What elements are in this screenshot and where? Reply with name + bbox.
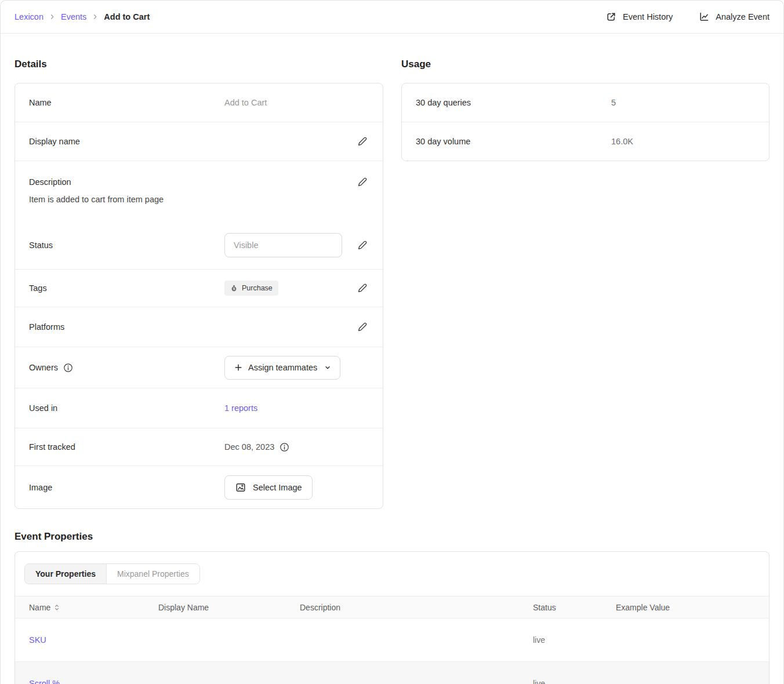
tab-your-properties[interactable]: Your Properties [25,564,106,584]
usage-row-volume: 30 day volume 16.0K [402,122,769,161]
reports-link[interactable]: 1 reports [224,403,257,413]
edit-platforms-button[interactable] [356,321,369,333]
property-link[interactable]: Scroll % [29,679,60,684]
usage-section: Usage 30 day queries 5 30 day volume 16.… [401,34,770,161]
details-section: Details Name Add to Cart Display name [14,34,383,509]
details-row-tags: Tags $ Purchase [15,269,383,307]
status-input[interactable] [224,233,342,257]
column-header-status: Status [533,596,616,618]
first-tracked-label: First tracked [29,442,224,452]
column-header-display-name: Display Name [158,596,300,618]
column-header-name[interactable]: Name [15,596,158,618]
property-link[interactable]: SKU [29,635,46,645]
details-title: Details [14,59,383,70]
volume-value: 16.0K [611,137,633,146]
description-label: Description [29,177,224,187]
details-row-image: Image Select Image [15,465,383,508]
edit-description-button[interactable] [356,176,369,188]
description-value: Item is added to cart from item page [29,195,369,204]
info-icon[interactable] [280,442,289,452]
name-column-label: Name [29,603,50,612]
used-in-label: Used in [29,403,224,413]
edit-status-button[interactable] [356,239,369,252]
analyze-event-label: Analyze Event [716,12,770,21]
top-bar: Lexicon Events Add to Cart Event Histo [1,1,783,34]
pencil-icon [357,322,368,332]
column-header-description: Description [300,596,533,618]
details-row-name: Name Add to Cart [15,83,383,122]
event-history-label: Event History [623,12,673,21]
image-icon [235,482,246,493]
details-row-owners: Owners [15,347,383,388]
display-name-label: Display name [29,137,224,146]
details-row-used-in: Used in 1 reports [15,388,383,428]
money-bag-icon: $ [230,285,238,292]
chevron-down-icon [324,364,331,371]
pencil-icon [357,283,368,293]
usage-row-queries: 30 day queries 5 [402,83,769,122]
assign-teammates-label: Assign teammates [248,363,317,372]
details-row-display-name: Display name [15,122,383,161]
plus-icon [234,363,243,372]
status-label: Status [29,241,224,250]
platforms-label: Platforms [29,322,224,332]
tags-label: Tags [29,283,224,293]
volume-label: 30 day volume [416,137,611,146]
pencil-icon [357,177,368,187]
properties-table: Name Display Name [15,596,769,684]
chevron-right-icon [49,13,56,20]
details-card: Name Add to Cart Display name [14,83,383,509]
cell-description [300,662,533,684]
name-value: Add to Cart [224,98,267,107]
queries-value: 5 [611,98,616,107]
table-header-row: Name Display Name [15,596,769,618]
tab-mixpanel-properties[interactable]: Mixpanel Properties [106,564,199,584]
external-link-icon [605,11,617,23]
tag-label: Purchase [242,284,273,292]
details-row-status: Status [15,221,383,269]
select-image-button[interactable]: Select Image [224,475,313,500]
cell-example-value [616,618,769,662]
first-tracked-value: Dec 08, 2023 [224,442,274,452]
breadcrumb: Lexicon Events Add to Cart [14,12,150,21]
chevron-right-icon [92,13,99,20]
column-header-example-value: Example Value [616,596,769,618]
table-row-scroll[interactable]: Scroll % live [15,662,769,684]
status-value: live [533,679,545,684]
edit-tags-button[interactable] [356,282,369,294]
event-properties-title: Event Properties [14,531,770,543]
main-content: Details Name Add to Cart Display name [1,34,783,684]
tag-chip-purchase[interactable]: $ Purchase [224,281,278,296]
cell-display-name [158,618,300,662]
lexicon-event-page: Lexicon Events Add to Cart Event Histo [0,0,784,684]
usage-title: Usage [401,59,770,70]
cell-example-value [616,662,769,684]
details-row-description: Description Item is added to cart from i… [15,161,383,221]
breadcrumb-link-events[interactable]: Events [61,12,86,21]
edit-display-name-button[interactable] [356,135,369,148]
name-label: Name [29,98,224,107]
analyze-event-button[interactable]: Analyze Event [698,11,770,23]
info-icon[interactable] [63,363,73,373]
pencil-icon [357,240,368,250]
header-actions: Event History Analyze Event [605,11,770,23]
event-history-button[interactable]: Event History [605,11,673,23]
breadcrumb-link-lexicon[interactable]: Lexicon [14,12,43,21]
cell-display-name [158,662,300,684]
event-properties-section: Event Properties Your Properties Mixpane… [14,531,770,684]
status-value: live [533,635,545,645]
cell-description [300,618,533,662]
event-properties-card: Your Properties Mixpanel Properties Name [14,551,770,684]
image-label: Image [29,483,224,492]
details-row-first-tracked: First tracked Dec 08, 2023 [15,428,383,465]
select-image-label: Select Image [253,483,302,492]
breadcrumb-current: Add to Cart [104,12,150,21]
queries-label: 30 day queries [416,98,611,107]
sort-arrows-icon [54,604,60,611]
assign-teammates-button[interactable]: Assign teammates [224,356,340,380]
pencil-icon [357,136,368,147]
details-row-platforms: Platforms [15,307,383,347]
usage-card: 30 day queries 5 30 day volume 16.0K [401,83,770,161]
table-row-sku[interactable]: SKU live [15,618,769,662]
owners-label: Owners [29,363,58,372]
